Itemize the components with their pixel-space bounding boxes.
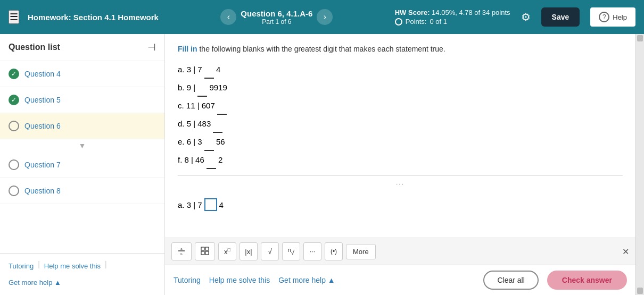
sidebar: Question list ⊣ ✓ Question 4 ✓ Question …	[0, 34, 165, 295]
sidebar-scroll[interactable]: ✓ Question 4 ✓ Question 5 Question 6 ▼	[0, 61, 164, 253]
scroll-track	[636, 43, 644, 286]
nav-area: ‹ Question 6, 4.1.A-6 Part 1 of 6 ›	[165, 9, 389, 26]
sidebar-scroll-indicator: ▼	[0, 139, 164, 152]
sidebar-bottom: Tutoring | Help me solve this | Get more…	[0, 253, 164, 295]
empty-circle-icon-q6	[9, 121, 19, 131]
check-circle-icon-q5: ✓	[9, 95, 19, 105]
list-item: a. 3 | 7 4	[178, 62, 623, 79]
sidebar-header: Question list ⊣	[0, 34, 164, 61]
math-problems-list: a. 3 | 7 4 b. 9 | 9919 c. 11 | 607 d. 5 …	[178, 62, 623, 169]
prev-question-button[interactable]: ‹	[220, 9, 236, 25]
scroll-up-indicator	[637, 35, 643, 41]
sidebar-item-label-q4: Question 4	[24, 70, 61, 78]
bottom-bar: Tutoring Help me solve this Get more hel…	[165, 265, 635, 295]
more-button[interactable]: More	[346, 244, 376, 259]
svg-text:a: a	[180, 247, 183, 250]
list-item: f. 8 | 46 2	[178, 152, 623, 169]
matrix-button[interactable]	[195, 242, 215, 260]
tutoring-link[interactable]: Tutoring	[9, 260, 34, 272]
sidebar-item-q5[interactable]: ✓ Question 5	[0, 87, 164, 113]
sidebar-item-label-q6: Question 6	[24, 122, 61, 130]
save-button[interactable]: Save	[541, 7, 580, 27]
sidebar-item-q4[interactable]: ✓ Question 4	[0, 61, 164, 87]
get-more-help-link[interactable]: Get more help ▲	[9, 276, 61, 289]
content-area: Question list ⊣ ✓ Question 4 ✓ Question …	[0, 34, 644, 295]
question-content: Fill in the following blanks with the gr…	[165, 34, 635, 238]
tutoring-bottom-link[interactable]: Tutoring	[174, 276, 201, 284]
sqrt-button[interactable]: √	[261, 242, 279, 260]
help-circle-icon: ?	[599, 12, 609, 22]
scroll-down-indicator	[637, 288, 643, 294]
answer-area: a. 3 | 7 4	[178, 198, 623, 211]
check-circle-icon: ✓	[9, 69, 19, 79]
sidebar-item-q8[interactable]: Question 8	[0, 178, 164, 204]
get-more-help-bottom-link[interactable]: Get more help ▲	[278, 276, 335, 284]
header-title: Homework: Section 4.1 Homework	[28, 12, 159, 23]
sidebar-item-label-q5: Question 5	[24, 96, 61, 104]
list-item: b. 9 | 9919	[178, 80, 623, 97]
right-scrollbar	[635, 34, 644, 295]
help-area: ? Help	[590, 7, 635, 27]
svg-rect-5	[201, 251, 204, 255]
gear-button[interactable]: ⚙	[521, 11, 531, 23]
menu-icon[interactable]: ☰	[9, 10, 19, 24]
sidebar-item-label-q8: Question 8	[24, 187, 61, 195]
sidebar-title: Question list	[9, 43, 60, 52]
instructions: Fill in the following blanks with the gr…	[178, 45, 623, 53]
help-me-solve-bottom-link[interactable]: Help me solve this	[209, 276, 270, 284]
sidebar-item-label-q7: Question 7	[24, 161, 61, 169]
fraction-button[interactable]: ab	[171, 242, 192, 260]
superscript-button[interactable]: x□	[218, 242, 236, 260]
math-toolbar: ab x□ |x| √ n√	[165, 238, 635, 265]
sidebar-item-q7[interactable]: Question 7	[0, 152, 164, 178]
dots-button[interactable]: ···	[303, 242, 321, 260]
main-content: Fill in the following blanks with the gr…	[165, 34, 635, 295]
clear-all-button[interactable]: Clear all	[483, 271, 538, 290]
empty-circle-icon-q7	[9, 159, 19, 170]
toolbar-close-button[interactable]: ✕	[622, 247, 629, 257]
svg-rect-4	[205, 247, 209, 250]
divider-dots: ···	[178, 175, 623, 192]
svg-text:b: b	[180, 252, 183, 256]
paren-button[interactable]: (•)	[325, 242, 343, 260]
list-item: e. 6 | 3 56	[178, 134, 623, 151]
collapse-sidebar-button[interactable]: ⊣	[147, 41, 156, 53]
svg-rect-6	[205, 251, 209, 255]
list-item: c. 11 | 607	[178, 98, 623, 115]
next-question-button[interactable]: ›	[317, 9, 333, 25]
question-part: Part 1 of 6	[241, 18, 312, 26]
absolute-value-button[interactable]: |x|	[240, 242, 258, 260]
score-area: HW Score: 14.05%, 4.78 of 34 points Poin…	[395, 9, 510, 26]
nth-root-button[interactable]: n√	[282, 242, 300, 260]
instructions-highlight: Fill in	[178, 45, 197, 53]
answer-line: a. 3 | 7 4	[178, 198, 623, 211]
sidebar-item-q6[interactable]: Question 6	[0, 113, 164, 139]
top-header: ☰ Homework: Section 4.1 Homework ‹ Quest…	[0, 0, 644, 34]
question-title: Question 6, 4.1.A-6	[241, 9, 312, 18]
empty-circle-icon-q8	[9, 186, 19, 196]
answer-input-box[interactable]	[204, 198, 217, 211]
svg-rect-3	[201, 247, 204, 250]
points-circle-icon	[395, 18, 402, 26]
help-me-solve-link[interactable]: Help me solve this	[44, 260, 101, 272]
check-answer-button[interactable]: Check answer	[547, 271, 627, 290]
question-info: Question 6, 4.1.A-6 Part 1 of 6	[241, 9, 312, 26]
list-item: d. 5 | 483	[178, 116, 623, 133]
